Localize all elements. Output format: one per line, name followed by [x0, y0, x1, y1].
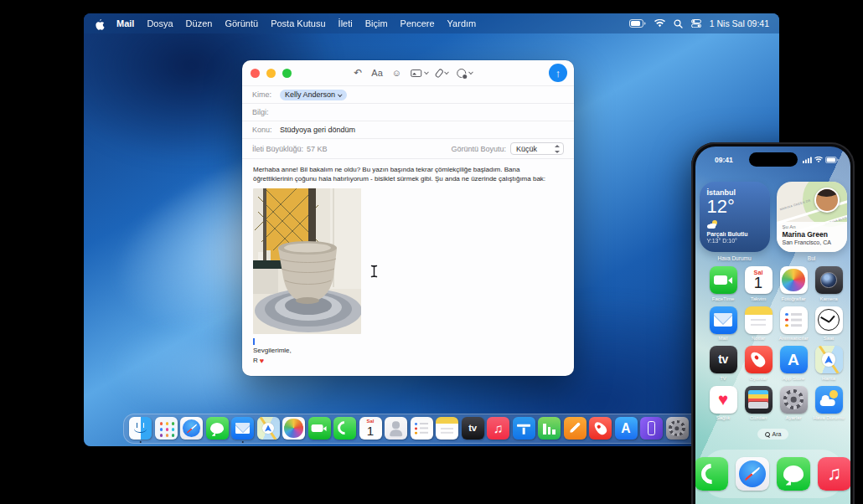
- menu-g-r-nt[interactable]: Görüntü: [225, 18, 258, 28]
- wifi-icon[interactable]: [654, 19, 665, 28]
- dock-photos[interactable]: [282, 417, 305, 440]
- attached-photo[interactable]: [253, 188, 361, 334]
- menu-i-leti[interactable]: İleti: [338, 18, 353, 28]
- compose-toolbar: ↶ Aa ☺: [354, 60, 472, 85]
- close-button[interactable]: [251, 69, 260, 78]
- dock-music[interactable]: ♫: [487, 417, 509, 440]
- numbers-app-icon: [538, 417, 561, 440]
- text-cursor: [369, 265, 379, 278]
- control-center-icon[interactable]: [691, 19, 701, 28]
- minimize-button[interactable]: [266, 69, 276, 78]
- dock-reminders[interactable]: [411, 417, 433, 440]
- insert-from-iphone-button[interactable]: [457, 69, 472, 78]
- dock-phone[interactable]: [333, 417, 356, 440]
- iphone-app-an-msat-c-lar[interactable]: Anımsatıcılar: [776, 306, 811, 342]
- window-titlebar[interactable]: ↶ Aa ☺ ↑: [242, 60, 574, 85]
- menu-bi-im[interactable]: Biçim: [365, 18, 388, 28]
- iphone-app-facetime[interactable]: FaceTime: [705, 266, 741, 301]
- iphone-dock-messages[interactable]: [777, 457, 810, 491]
- apple-menu-icon[interactable]: [94, 18, 105, 30]
- subject-field[interactable]: Konu: Stüdyoya geri döndüm: [242, 121, 574, 138]
- dock-app-store[interactable]: A: [615, 417, 638, 440]
- dock-launchpad[interactable]: [155, 417, 178, 440]
- menu-d-zen[interactable]: Düzen: [186, 18, 213, 28]
- battery-icon[interactable]: [629, 19, 646, 28]
- menu-pencere[interactable]: Pencere: [400, 18, 435, 28]
- menu-posta-kutusu[interactable]: Posta Kutusu: [271, 18, 325, 28]
- menu-bar-clock[interactable]: 1 Nis Sal 09:41: [710, 18, 769, 28]
- spotlight-search-icon[interactable]: [674, 19, 683, 28]
- iphone-app-kamera[interactable]: Kamera: [811, 266, 846, 301]
- facetime-app-icon: [308, 417, 331, 440]
- memoji-face: [816, 189, 838, 211]
- format-button[interactable]: Aa: [371, 69, 382, 78]
- dock-iphone-mirroring[interactable]: [640, 417, 663, 440]
- calendar-day: 1: [754, 276, 762, 291]
- iphone-app-notlar[interactable]: Notlar: [741, 306, 776, 342]
- cc-label: Bilgi:: [252, 108, 272, 116]
- weather-widget[interactable]: İstanbul 12° Parçalı Bulutlu Y:13° D:10°: [700, 182, 770, 252]
- pages-app-icon: [564, 417, 587, 440]
- keynote-app-icon: [513, 417, 535, 440]
- dock-notes[interactable]: [436, 417, 458, 440]
- app-label: Mail: [718, 336, 727, 341]
- iphone-app-ayarlar[interactable]: Ayarlar: [776, 386, 811, 421]
- iphone-app-tv[interactable]: tvTV: [705, 346, 741, 381]
- dock-numbers[interactable]: [538, 417, 561, 440]
- emoji-icon[interactable]: ☺: [392, 69, 401, 78]
- photo-browser-button[interactable]: [411, 69, 427, 77]
- zoom-button[interactable]: [282, 69, 292, 78]
- dock-calendar[interactable]: Sal1: [359, 417, 382, 440]
- to-field[interactable]: Kime: Kelly Anderson: [242, 85, 574, 103]
- attach-button[interactable]: [437, 69, 447, 78]
- dock-games[interactable]: [589, 417, 612, 440]
- iphone-dock-safari[interactable]: [736, 457, 769, 491]
- cc-field[interactable]: Bilgi:: [242, 103, 574, 121]
- dock-maps[interactable]: [257, 417, 280, 440]
- iphone-app-app-store[interactable]: AApp Store: [776, 346, 811, 381]
- iphone-app-hava-durumu[interactable]: Hava Durumu: [811, 386, 846, 421]
- iphone-app-harita[interactable]: Harita: [811, 346, 846, 381]
- active-app-name[interactable]: Mail: [116, 18, 134, 28]
- menu-yard-m[interactable]: Yardım: [447, 18, 477, 28]
- camera-app-icon: [815, 266, 843, 294]
- iphone-app-mail[interactable]: Mail: [705, 306, 741, 342]
- dock-mail[interactable]: [231, 417, 254, 440]
- iphone-app-takvim[interactable]: Sal1Takvim: [741, 266, 776, 301]
- undo-icon[interactable]: ↶: [354, 68, 362, 78]
- image-size-select[interactable]: Küçük: [510, 142, 564, 155]
- recipient-token[interactable]: Kelly Anderson: [280, 90, 347, 100]
- system-settings-glyph: [669, 420, 685, 437]
- body-signature: R ♥: [253, 356, 561, 367]
- dock-messages[interactable]: [206, 417, 229, 440]
- iphone-app-saat[interactable]: Saat: [811, 306, 846, 342]
- dock-keynote[interactable]: [513, 417, 535, 440]
- dock-pages[interactable]: [564, 417, 587, 440]
- calendar-app-icon: Sal1: [359, 417, 382, 440]
- person-avatar: [814, 188, 840, 213]
- contacts-glyph: [392, 422, 399, 429]
- dock-system-settings[interactable]: [666, 417, 689, 440]
- findmy-widget[interactable]: MARINA GREEN DR MARINA BLVD Şu An Marina…: [777, 182, 847, 252]
- iphone-app-c-zdan[interactable]: Cüzdan: [741, 386, 776, 421]
- facetime-glyph: [714, 275, 728, 285]
- games-app-icon: [589, 417, 612, 440]
- dock-tv[interactable]: tv: [462, 417, 484, 440]
- app-label: Hava Durumu: [813, 415, 844, 420]
- message-body[interactable]: Merhaba anne! Bil bakalım ne oldu? Bu ya…: [242, 158, 574, 366]
- iphone-app-foto-raflar[interactable]: Fotoğraflar: [776, 266, 811, 301]
- phone-app-icon: [695, 457, 728, 491]
- send-button[interactable]: ↑: [549, 64, 567, 82]
- dock-safari[interactable]: [180, 417, 203, 440]
- iphone-app-oyunlar[interactable]: Oyunlar: [741, 346, 776, 381]
- iphone-app-sa-l-k[interactable]: ♥Sağlık: [705, 386, 741, 421]
- menu-dosya[interactable]: Dosya: [147, 18, 173, 28]
- weather-temperature: 12°: [707, 197, 762, 217]
- spotlight-search-pill[interactable]: Ara: [757, 429, 789, 440]
- iphone-dock-phone[interactable]: [695, 457, 728, 491]
- photo-icon: [411, 69, 421, 77]
- dock-finder[interactable]: [129, 417, 152, 440]
- iphone-dock-music[interactable]: ♫: [818, 457, 850, 491]
- dock-facetime[interactable]: [308, 417, 331, 440]
- dock-contacts[interactable]: [385, 417, 407, 440]
